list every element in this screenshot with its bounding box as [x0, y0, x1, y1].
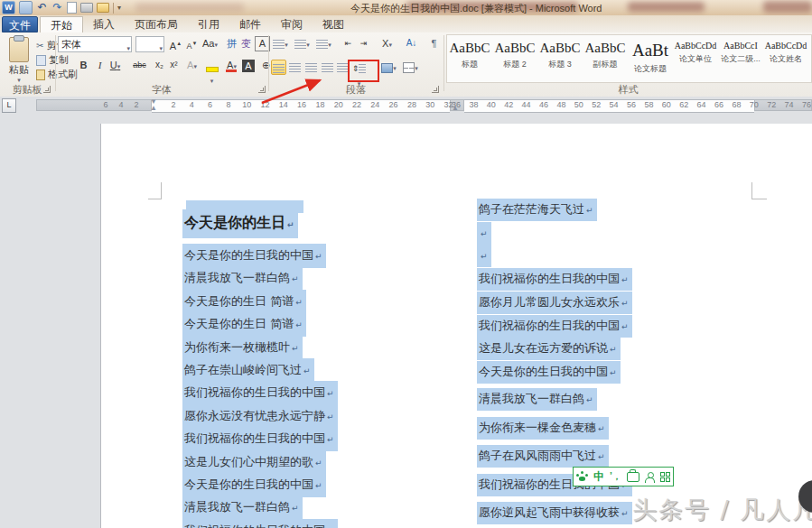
punctuation-icon[interactable]: ’，: [610, 470, 621, 483]
document-line[interactable]: 今天是你的生日 简谱↵: [182, 312, 306, 337]
person-icon[interactable]: [645, 472, 655, 482]
highlighter-icon: [206, 67, 219, 72]
grow-font-button[interactable]: A▲: [168, 36, 183, 51]
document-line[interactable]: 愿你逆风起飞雨中获得收获↵: [477, 502, 632, 524]
sort-button[interactable]: A↓: [404, 36, 419, 51]
bullets-button[interactable]: ▾: [273, 36, 288, 51]
document-area[interactable]: 今天是你的生日↵今天是你的生日我的中国↵清晨我放飞一群白鸽↵今天是你的生日 简谱…: [0, 114, 812, 528]
tab-邮件[interactable]: 邮件: [229, 16, 271, 32]
chinese-mode-icon[interactable]: 中: [593, 469, 604, 485]
increase-indent-button[interactable]: ⇥: [356, 36, 371, 51]
strikethrough-button[interactable]: abc: [132, 58, 147, 73]
format-painter-button[interactable]: 格式刷: [36, 68, 78, 81]
bold-button[interactable]: B: [76, 58, 91, 73]
tab-插入[interactable]: 插入: [83, 16, 125, 32]
document-line[interactable]: 清晨我放飞一群白鸽↵: [477, 388, 597, 411]
document-line[interactable]: 这是儿女在远方爱的诉说↵: [477, 338, 621, 360]
shading-button[interactable]: ▾: [381, 60, 397, 75]
document-line[interactable]: 为你衔来一枚橄榄叶↵: [182, 336, 303, 360]
highlight-color-button[interactable]: ▾: [204, 58, 219, 73]
style-论文单位[interactable]: AaBbCcDd论文单位: [673, 35, 718, 82]
asian-layout-button[interactable]: X▾: [379, 36, 395, 51]
tab-视图[interactable]: 视图: [313, 16, 354, 32]
document-line[interactable]: 今天是你的生日我的中国↵: [182, 473, 326, 497]
grid-icon[interactable]: [660, 472, 670, 482]
character-scaling-button[interactable]: 变: [238, 36, 254, 51]
style-sample: AaBt: [628, 41, 673, 60]
font-size-combo[interactable]: ▾: [135, 36, 164, 52]
style-标题[interactable]: AaBbC标题: [447, 35, 492, 82]
show-marks-button[interactable]: ¶: [426, 36, 442, 51]
redo-icon[interactable]: ↷: [51, 2, 63, 14]
open-folder-icon[interactable]: [97, 3, 109, 13]
tab-开始[interactable]: 开始: [40, 16, 83, 33]
character-shading-button[interactable]: A: [242, 60, 255, 72]
document-line[interactable]: 这是儿女们心中期望的歌↵: [182, 450, 326, 475]
paragraph-dialog-launcher[interactable]: [432, 86, 439, 93]
document-line[interactable]: ↵: [477, 222, 491, 245]
paw-icon[interactable]: [576, 471, 588, 482]
document-line[interactable]: 今天是你的生日我的中国↵: [182, 244, 326, 268]
save-icon[interactable]: [19, 1, 33, 14]
document-line[interactable]: 今天是你的生日 简谱↵: [182, 290, 306, 314]
paste-button[interactable]: 粘贴 ▾: [5, 36, 33, 83]
briefcase-icon[interactable]: [627, 472, 639, 482]
style-论文标题[interactable]: AaBt论文标题: [628, 35, 673, 82]
style-标题 2[interactable]: AaBbC标题 2: [492, 35, 537, 82]
multilevel-list-button[interactable]: ▾: [316, 36, 331, 51]
align-center-button[interactable]: [287, 60, 303, 75]
document-line[interactable]: 鸽子在风风雨雨中飞过↵: [477, 445, 609, 468]
clipboard-dialog-launcher[interactable]: [43, 86, 51, 93]
customize-qat-dropdown-icon[interactable]: ▾: [117, 4, 121, 12]
document-line[interactable]: 我们祝福你的生日我的中国↵: [477, 268, 632, 291]
document-line[interactable]: 今天是你的生日我的中国↵: [477, 361, 621, 384]
superscript-button[interactable]: x²: [166, 58, 182, 73]
document-line[interactable]: 鸽子在茫茫海天飞过↵: [477, 199, 597, 221]
tab-审阅[interactable]: 审阅: [271, 16, 313, 32]
document-line[interactable]: 我们祝福你的生日我的中国↵: [182, 427, 338, 451]
font-color-button[interactable]: A▾: [224, 58, 239, 73]
print-icon[interactable]: [80, 3, 93, 13]
shrink-font-button[interactable]: A▼: [184, 36, 200, 51]
font-dialog-launcher[interactable]: [258, 86, 266, 93]
phonetic-guide-button[interactable]: 拼: [224, 36, 239, 51]
tab-引用[interactable]: 引用: [188, 16, 229, 32]
document-line[interactable]: 清晨我放飞一群白鸽↵: [182, 266, 303, 291]
tab-页面布局[interactable]: 页面布局: [125, 16, 188, 32]
document-line[interactable]: 为你衔来一棵金色麦穗↵: [477, 417, 609, 440]
style-副标题[interactable]: AaBbC副标题: [583, 35, 628, 82]
copy-button[interactable]: 复制: [36, 53, 69, 67]
style-标题 3[interactable]: AaBbC标题 3: [537, 35, 583, 82]
undo-icon[interactable]: ↶: [36, 2, 48, 14]
underline-button[interactable]: U▾: [107, 58, 123, 73]
change-case-button[interactable]: Aa▾: [202, 36, 218, 51]
document-line[interactable]: 今天是你的生日↵: [182, 209, 298, 238]
word-logo-icon[interactable]: W: [2, 1, 15, 14]
document-line[interactable]: 愿你月儿常圆儿女永远欢乐↵: [477, 292, 632, 314]
text-effects-button[interactable]: A▾: [184, 58, 200, 73]
document-line[interactable]: ↵: [477, 245, 491, 267]
document-line[interactable]: 我们祝福你的生日我的中国↵: [182, 519, 338, 528]
align-right-button[interactable]: [303, 60, 319, 75]
borders-button[interactable]: ▾: [403, 60, 418, 75]
tab-selector[interactable]: L: [2, 98, 16, 113]
document-line[interactable]: 我们祝福你的生日我的中国↵: [477, 315, 632, 338]
align-left-button[interactable]: [271, 60, 286, 75]
justify-button[interactable]: [320, 60, 335, 75]
style-论文姓名[interactable]: AaBbCcDd论文姓名: [763, 35, 808, 82]
document-line[interactable]: 鸽子在崇山峻岭间飞过↵: [182, 358, 314, 383]
subscript-button[interactable]: x₂: [152, 58, 167, 73]
decrease-indent-button[interactable]: ⇤: [341, 36, 356, 51]
file-tab[interactable]: 文件: [2, 16, 38, 32]
numbering-button[interactable]: ▾: [294, 36, 310, 51]
ime-toolbar[interactable]: 中 ’，: [573, 467, 674, 486]
italic-button[interactable]: I: [92, 58, 107, 73]
style-论文二级...[interactable]: AaBbCcI论文二级...: [718, 35, 763, 82]
document-line[interactable]: 清晨我放飞一群白鸽↵: [182, 496, 303, 520]
document-line[interactable]: 愿你永远没有忧患永远宁静↵: [182, 404, 338, 429]
document-line-text: 鸽子在茫茫海天飞过↵: [477, 199, 597, 221]
hanging-indent-marker[interactable]: ▲: [150, 104, 157, 112]
print-preview-icon[interactable]: [67, 2, 77, 14]
font-name-combo[interactable]: 宋体▾: [58, 36, 132, 52]
document-line[interactable]: 我们祝福你的生日我的中国↵: [182, 381, 338, 405]
